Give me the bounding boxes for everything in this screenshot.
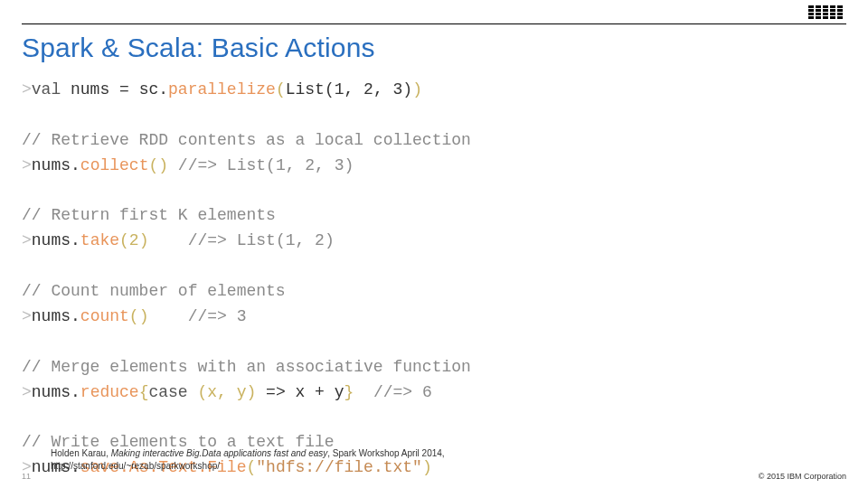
caption-author: Holden Karau,: [51, 448, 111, 458]
code-line: >val nums = sc.parallelize(List(1, 2, 3)…: [22, 78, 846, 103]
slide-number: 11: [22, 472, 31, 481]
copyright: © 2015 IBM Corporation: [759, 472, 846, 481]
code-line: >nums.count() //=> 3: [22, 305, 846, 330]
code-comment: // Return first K elements: [22, 203, 846, 229]
caption-title: Making interactive Big.Data applications…: [111, 448, 328, 458]
code-comment: // Count number of elements: [22, 279, 846, 305]
caption-suffix: , Spark Workshop April 2014,: [327, 448, 444, 458]
code-comment: // Retrieve RDD contents as a local coll…: [22, 128, 846, 154]
code-comment: // Merge elements with an associative fu…: [22, 355, 846, 380]
slide: Spark & Scala: Basic Actions >val nums =…: [0, 0, 868, 488]
prompt-icon: >: [22, 156, 32, 174]
code-line: >nums.reduce{case (x, y) => x + y} //=> …: [22, 380, 846, 406]
slide-title: Spark & Scala: Basic Actions: [22, 33, 375, 63]
prompt-icon: >: [22, 307, 32, 325]
code-line: >nums.collect() //=> List(1, 2, 3): [22, 154, 846, 179]
prompt-icon: >: [22, 383, 32, 401]
caption-url: http://stanford.edu/~rezab/sparkworkshop…: [51, 460, 445, 473]
ibm-logo-icon: [808, 5, 843, 19]
code-block: >val nums = sc.parallelize(List(1, 2, 3)…: [22, 78, 846, 481]
code-line: >nums.take(2) //=> List(1, 2): [22, 229, 846, 254]
prompt-icon: >: [22, 231, 32, 249]
top-divider: [22, 23, 846, 24]
footer-caption: Holden Karau, Making interactive Big.Dat…: [51, 447, 445, 472]
prompt-icon: >: [22, 80, 32, 99]
